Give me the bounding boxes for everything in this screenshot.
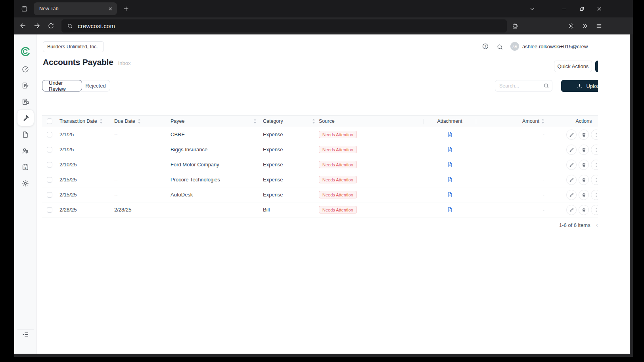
back-icon[interactable]	[18, 21, 28, 31]
delete-trash-icon[interactable]	[579, 175, 589, 185]
pagination-prev-icon[interactable]: ‹	[596, 222, 598, 228]
attachment-file-icon[interactable]	[447, 191, 453, 198]
edit-pencil-icon[interactable]	[566, 145, 577, 155]
tab-rejected[interactable]: Rejected	[80, 80, 110, 91]
reload-icon[interactable]	[46, 21, 56, 31]
forward-icon[interactable]	[32, 21, 42, 31]
url-bar[interactable]: crewcost.com	[61, 19, 507, 32]
help-icon[interactable]: ?	[481, 42, 489, 50]
user-email[interactable]: ashlee.rolkowski+015@crew	[522, 44, 588, 50]
sort-icon[interactable]	[541, 119, 544, 124]
table-body: 2/1/25 -- CBRE Expense Needs Attention -…	[42, 127, 598, 217]
cell-payee: Procore Technologies	[171, 172, 220, 187]
sidebar-people-icon[interactable]	[21, 147, 30, 155]
status-badge: Needs Attention	[319, 146, 357, 153]
primary-action-button-clipped[interactable]	[595, 61, 598, 72]
edit-pencil-icon[interactable]	[566, 205, 577, 215]
edit-pencil-icon[interactable]	[566, 190, 577, 200]
cell-due-date: --	[114, 157, 118, 172]
row-checkbox[interactable]	[47, 147, 52, 152]
sidebar-accounts-payable-hammer-icon[interactable]	[17, 110, 34, 126]
more-kebab-icon[interactable]	[591, 205, 598, 215]
col-category[interactable]: Category	[263, 116, 283, 127]
attachment-file-icon[interactable]	[447, 176, 453, 183]
table-row: 2/1/25 -- CBRE Expense Needs Attention -	[42, 127, 598, 142]
table-row: 2/15/25 -- AutoDesk Expense Needs Attent…	[42, 187, 598, 202]
window-close-icon[interactable]	[594, 4, 604, 14]
new-tab-plus-icon[interactable]	[121, 4, 131, 14]
sort-icon[interactable]	[138, 119, 141, 124]
tab-list-chevron-icon[interactable]	[527, 4, 537, 14]
quick-actions-button[interactable]: Quick Actions	[554, 61, 592, 72]
global-search-icon[interactable]	[496, 43, 504, 51]
cell-amount: -	[498, 157, 547, 172]
delete-trash-icon[interactable]	[579, 190, 589, 200]
row-checkbox[interactable]	[47, 177, 52, 183]
more-kebab-icon[interactable]	[591, 130, 598, 140]
user-avatar[interactable]: AR	[510, 42, 519, 51]
search-submit-icon[interactable]	[540, 80, 552, 91]
attachment-file-icon[interactable]	[447, 161, 453, 168]
window-minimize-icon[interactable]	[559, 4, 569, 14]
crewcost-logo[interactable]	[20, 46, 31, 57]
company-selector[interactable]: Builders Unlimited, Inc.	[43, 41, 104, 52]
col-source[interactable]: Source	[319, 116, 335, 127]
sidebar-journal-plus-icon[interactable]	[21, 81, 30, 90]
cell-transaction-date: 2/15/25	[59, 187, 77, 202]
more-kebab-icon[interactable]	[591, 190, 598, 200]
row-checkbox[interactable]	[47, 192, 52, 198]
col-attachment: Attachment	[424, 116, 476, 127]
search-input[interactable]	[495, 83, 540, 89]
row-checkbox[interactable]	[47, 132, 52, 137]
more-kebab-icon[interactable]	[591, 160, 598, 170]
select-all-checkbox[interactable]	[47, 118, 52, 124]
collapse-sidebar-icon[interactable]	[21, 330, 30, 339]
attachment-file-icon[interactable]	[447, 206, 453, 213]
attachment-file-icon[interactable]	[447, 131, 453, 138]
sort-icon[interactable]	[312, 119, 315, 124]
delete-trash-icon[interactable]	[579, 145, 589, 155]
col-payee[interactable]: Payee	[171, 116, 184, 127]
company-selector-label: Builders Unlimited, Inc.	[47, 44, 98, 50]
tab-close-icon[interactable]	[108, 6, 113, 11]
svg-text:?: ?	[485, 45, 487, 48]
sidebar-payroll-calendar-icon[interactable]: $	[21, 163, 30, 171]
cell-amount: -	[498, 187, 547, 202]
delete-trash-icon[interactable]	[579, 130, 589, 140]
firefox-view-icon[interactable]	[19, 4, 29, 14]
cell-amount: -	[498, 142, 547, 157]
browser-tab-new-tab[interactable]: New Tab	[34, 2, 117, 15]
menu-hamburger-icon[interactable]	[594, 21, 604, 31]
sort-icon[interactable]	[100, 119, 103, 124]
overflow-chevrons-icon[interactable]	[580, 21, 590, 31]
more-kebab-icon[interactable]	[591, 145, 598, 155]
sidebar-invoice-icon[interactable]	[21, 97, 30, 106]
col-due-date[interactable]: Due Date	[114, 116, 141, 127]
more-kebab-icon[interactable]	[591, 175, 598, 185]
sort-icon[interactable]	[253, 119, 257, 124]
status-badge: Needs Attention	[319, 176, 357, 183]
sidebar-documents-icon[interactable]	[21, 130, 30, 139]
tab-under-review[interactable]: Under Review	[42, 80, 82, 91]
row-checkbox[interactable]	[47, 162, 52, 168]
extensions-puzzle-icon[interactable]	[510, 21, 520, 31]
delete-trash-icon[interactable]	[579, 205, 589, 215]
cell-amount: -	[498, 172, 547, 187]
upload-button[interactable]: Upload	[561, 80, 598, 92]
browser-window: New Tab	[14, 0, 633, 357]
attachment-file-icon[interactable]	[447, 146, 453, 153]
cell-category: Expense	[263, 187, 283, 202]
col-amount[interactable]: Amount	[498, 116, 547, 127]
delete-trash-icon[interactable]	[579, 160, 589, 170]
sidebar-settings-gear-icon[interactable]	[21, 179, 30, 188]
sidebar-dashboard-gauge-icon[interactable]	[21, 65, 30, 74]
col-transaction-date[interactable]: Transaction Date	[59, 116, 103, 127]
sidebar-divider	[17, 329, 34, 330]
window-restore-icon[interactable]	[577, 4, 587, 14]
edit-pencil-icon[interactable]	[566, 160, 577, 170]
row-checkbox[interactable]	[47, 207, 52, 213]
browser-settings-gear-icon[interactable]	[566, 21, 576, 31]
edit-pencil-icon[interactable]	[566, 130, 577, 140]
edit-pencil-icon[interactable]	[566, 175, 577, 185]
url-search-icon	[67, 23, 73, 29]
